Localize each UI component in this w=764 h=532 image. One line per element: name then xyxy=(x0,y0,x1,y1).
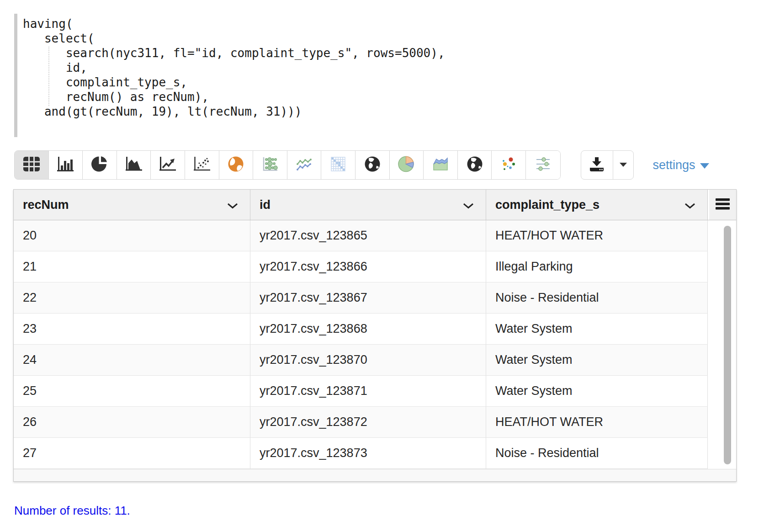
download-options-button[interactable] xyxy=(613,151,633,179)
visualization-toolbar: settings xyxy=(14,150,709,180)
chevron-down-icon[interactable] xyxy=(463,198,474,212)
table-header-row: recNum id complaint_type_s xyxy=(14,190,736,220)
parallel-coordinates-icon xyxy=(534,155,552,175)
results-count: Number of results: 11. xyxy=(14,504,130,518)
settings-caret-icon xyxy=(700,163,709,169)
viz-scatter-color-button[interactable] xyxy=(492,151,526,179)
viz-line-chart-button[interactable] xyxy=(151,151,185,179)
table-row: 20 yr2017.csv_123865 HEAT/HOT WATER xyxy=(14,220,708,251)
pie-chart-color-icon xyxy=(397,155,415,175)
download-icon xyxy=(588,156,605,174)
column-header-complaint-type[interactable]: complaint_type_s xyxy=(486,190,708,220)
scatter-plot-icon xyxy=(193,155,211,175)
caret-down-icon xyxy=(620,161,627,169)
cell-recnum: 23 xyxy=(14,314,250,344)
cell-id: yr2017.csv_123873 xyxy=(250,438,486,468)
viz-button-group xyxy=(14,150,561,180)
cell-complaint-type: Noise - Residential xyxy=(486,438,708,468)
table-row: 26 yr2017.csv_123872 HEAT/HOT WATER xyxy=(14,407,708,438)
horizontal-scroll-area xyxy=(14,469,736,481)
line-chart-icon xyxy=(159,155,177,175)
table-row: 24 yr2017.csv_123870 Water System xyxy=(14,345,708,376)
cell-recnum: 22 xyxy=(14,282,250,313)
cell-complaint-type: Water System xyxy=(486,376,708,406)
bubble-matrix-icon xyxy=(261,155,279,175)
cell-complaint-type: HEAT/HOT WATER xyxy=(486,220,708,251)
vertical-scrollbar[interactable] xyxy=(708,220,736,469)
viz-area-chart-color-button[interactable] xyxy=(424,151,458,179)
globe-dark-icon xyxy=(466,155,483,175)
column-header-recnum[interactable]: recNum xyxy=(14,190,250,220)
cell-recnum: 27 xyxy=(14,438,250,468)
cell-recnum: 25 xyxy=(14,376,250,406)
column-label: complaint_type_s xyxy=(495,198,600,212)
table-body: 20 yr2017.csv_123865 HEAT/HOT WATER 21 y… xyxy=(14,220,736,469)
column-label: id xyxy=(260,198,271,212)
table-row: 27 yr2017.csv_123873 Noise - Residential xyxy=(14,438,708,469)
cell-complaint-type: Noise - Residential xyxy=(486,282,708,313)
area-chart-icon xyxy=(125,155,143,175)
cell-recnum: 24 xyxy=(14,345,250,375)
cell-id: yr2017.csv_123871 xyxy=(250,376,486,406)
download-button-group xyxy=(581,150,634,180)
viz-table-button[interactable] xyxy=(15,151,49,179)
settings-label: settings xyxy=(653,158,695,172)
table-row: 23 yr2017.csv_123868 Water System xyxy=(14,314,708,345)
heatmap-icon xyxy=(329,156,347,174)
result-table: recNum id complaint_type_s 20 yr2017.csv… xyxy=(13,189,737,482)
scatter-color-icon xyxy=(499,155,518,175)
viz-bubble-matrix-button[interactable] xyxy=(253,151,287,179)
multi-line-chart-icon xyxy=(295,155,313,175)
viz-map-globe-orange-button[interactable] xyxy=(219,151,254,179)
cell-id: yr2017.csv_123865 xyxy=(250,220,486,251)
globe-orange-icon xyxy=(227,155,244,175)
viz-globe-dark-button-1[interactable] xyxy=(355,151,390,179)
query-editor[interactable]: having( select( search(nyc311, fl="id, c… xyxy=(14,14,451,137)
query-code[interactable]: having( select( search(nyc311, fl="id, c… xyxy=(23,16,445,119)
indent-guide xyxy=(48,47,49,106)
viz-globe-dark-button-2[interactable] xyxy=(458,151,492,179)
hamburger-menu-icon xyxy=(716,198,730,212)
area-chart-color-icon xyxy=(431,155,450,175)
cell-complaint-type: Water System xyxy=(486,314,708,344)
viz-multi-line-chart-button[interactable] xyxy=(287,151,322,179)
cell-complaint-type: Illegal Parking xyxy=(486,251,708,282)
table-icon xyxy=(23,156,40,174)
cell-id: yr2017.csv_123866 xyxy=(250,251,486,282)
settings-link[interactable]: settings xyxy=(653,158,709,172)
cell-id: yr2017.csv_123872 xyxy=(250,407,486,437)
table-rows: 20 yr2017.csv_123865 HEAT/HOT WATER 21 y… xyxy=(14,220,708,469)
chevron-down-icon[interactable] xyxy=(684,198,695,212)
chevron-down-icon[interactable] xyxy=(227,198,238,212)
cell-id: yr2017.csv_123867 xyxy=(250,282,486,313)
scrollbar-thumb[interactable] xyxy=(724,226,731,464)
viz-area-chart-button[interactable] xyxy=(117,151,151,179)
cell-recnum: 26 xyxy=(14,407,250,437)
cell-id: yr2017.csv_123868 xyxy=(250,314,486,344)
column-header-id[interactable]: id xyxy=(250,190,486,220)
cell-id: yr2017.csv_123870 xyxy=(250,345,486,375)
viz-parallel-coordinates-button[interactable] xyxy=(526,151,560,179)
column-label: recNum xyxy=(23,198,69,212)
viz-pie-chart-color-button[interactable] xyxy=(390,151,424,179)
cell-recnum: 20 xyxy=(14,220,250,251)
cell-complaint-type: Water System xyxy=(486,345,708,375)
table-row: 25 yr2017.csv_123871 Water System xyxy=(14,376,708,407)
viz-heatmap-button[interactable] xyxy=(321,151,355,179)
table-row: 21 yr2017.csv_123866 Illegal Parking xyxy=(14,251,708,282)
column-menu-button[interactable] xyxy=(708,190,736,220)
cell-complaint-type: HEAT/HOT WATER xyxy=(486,407,708,437)
pie-chart-icon xyxy=(90,155,109,175)
cell-recnum: 21 xyxy=(14,251,250,282)
globe-dark-icon xyxy=(364,155,381,175)
bar-chart-icon xyxy=(56,155,74,175)
table-row: 22 yr2017.csv_123867 Noise - Residential xyxy=(14,282,708,314)
download-button[interactable] xyxy=(581,151,613,179)
viz-bar-chart-button[interactable] xyxy=(49,151,83,179)
viz-pie-chart-button[interactable] xyxy=(83,151,117,179)
viz-scatter-plot-button[interactable] xyxy=(185,151,219,179)
